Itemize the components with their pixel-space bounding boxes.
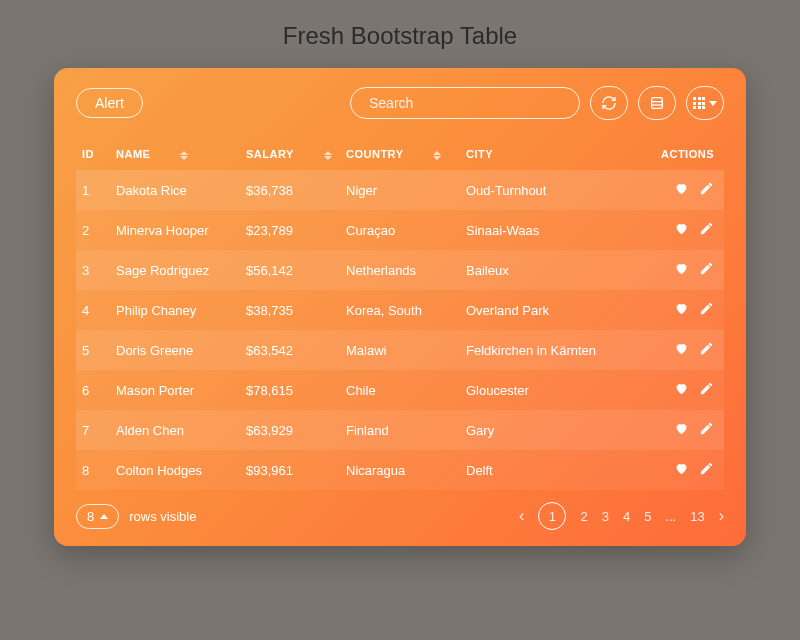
edit-button[interactable] bbox=[699, 421, 714, 439]
rows-visible-control: 8 rows visible bbox=[76, 504, 196, 529]
cell-country: Niger bbox=[340, 170, 460, 210]
cell-name: Doris Greene bbox=[110, 330, 240, 370]
table-row: 3Sage Rodriguez$56,142NetherlandsBaileux bbox=[76, 250, 724, 290]
column-header-name[interactable]: NAME bbox=[110, 138, 240, 170]
list-icon bbox=[649, 95, 665, 111]
cell-city: Baileux bbox=[460, 250, 630, 290]
table-row: 8Colton Hodges$93,961NicaraguaDelft bbox=[76, 450, 724, 490]
edit-button[interactable] bbox=[699, 301, 714, 319]
like-button[interactable] bbox=[674, 221, 689, 239]
pagination-page[interactable]: 4 bbox=[623, 509, 630, 524]
table-row: 5Doris Greene$63,542MalawiFeldkirchen in… bbox=[76, 330, 724, 370]
sort-icon bbox=[180, 151, 188, 160]
edit-icon bbox=[699, 304, 714, 319]
cell-name: Dakota Rice bbox=[110, 170, 240, 210]
like-button[interactable] bbox=[674, 461, 689, 479]
rows-count: 8 bbox=[87, 509, 94, 524]
refresh-icon bbox=[601, 95, 617, 111]
refresh-button[interactable] bbox=[590, 86, 628, 120]
cell-id: 4 bbox=[76, 290, 110, 330]
view-toggle-button[interactable] bbox=[686, 86, 724, 120]
cell-country: Finland bbox=[340, 410, 460, 450]
cell-actions bbox=[630, 290, 724, 330]
sort-icon bbox=[433, 151, 441, 160]
table-row: 7Alden Chen$63,929FinlandGary bbox=[76, 410, 724, 450]
columns-button[interactable] bbox=[638, 86, 676, 120]
cell-actions bbox=[630, 450, 724, 490]
grid-icon bbox=[693, 97, 705, 109]
heart-icon bbox=[674, 424, 689, 439]
column-header-salary[interactable]: SALARY bbox=[240, 138, 340, 170]
like-button[interactable] bbox=[674, 421, 689, 439]
cell-id: 2 bbox=[76, 210, 110, 250]
table-row: 6Mason Porter$78,615ChileGloucester bbox=[76, 370, 724, 410]
cell-salary: $93,961 bbox=[240, 450, 340, 490]
rows-visible-label: rows visible bbox=[129, 509, 196, 524]
edit-icon bbox=[699, 384, 714, 399]
cell-name: Alden Chen bbox=[110, 410, 240, 450]
data-table: ID NAME SALARY COUNTRY CITY ACTIONS 1Dak… bbox=[76, 138, 724, 490]
pagination-prev[interactable]: ‹ bbox=[519, 507, 524, 525]
column-header-country[interactable]: COUNTRY bbox=[340, 138, 460, 170]
cell-salary: $36,738 bbox=[240, 170, 340, 210]
cell-actions bbox=[630, 250, 724, 290]
heart-icon bbox=[674, 304, 689, 319]
cell-id: 8 bbox=[76, 450, 110, 490]
like-button[interactable] bbox=[674, 181, 689, 199]
cell-name: Philip Chaney bbox=[110, 290, 240, 330]
edit-button[interactable] bbox=[699, 261, 714, 279]
edit-button[interactable] bbox=[699, 221, 714, 239]
edit-icon bbox=[699, 424, 714, 439]
like-button[interactable] bbox=[674, 261, 689, 279]
pagination-next[interactable]: › bbox=[719, 507, 724, 525]
heart-icon bbox=[674, 224, 689, 239]
cell-country: Curaçao bbox=[340, 210, 460, 250]
like-button[interactable] bbox=[674, 301, 689, 319]
cell-actions bbox=[630, 410, 724, 450]
cell-city: Oud-Turnhout bbox=[460, 170, 630, 210]
cell-city: Gloucester bbox=[460, 370, 630, 410]
search-input[interactable] bbox=[350, 87, 580, 119]
column-header-city[interactable]: CITY bbox=[460, 138, 630, 170]
edit-button[interactable] bbox=[699, 381, 714, 399]
sort-icon bbox=[324, 151, 332, 160]
cell-city: Gary bbox=[460, 410, 630, 450]
cell-salary: $56,142 bbox=[240, 250, 340, 290]
cell-actions bbox=[630, 330, 724, 370]
cell-country: Malawi bbox=[340, 330, 460, 370]
edit-button[interactable] bbox=[699, 461, 714, 479]
cell-country: Korea, South bbox=[340, 290, 460, 330]
alert-button[interactable]: Alert bbox=[76, 88, 143, 118]
cell-actions bbox=[630, 210, 724, 250]
table-card: Alert ID NAME SALARY COUNTRY CITY ACTION… bbox=[54, 68, 746, 546]
cell-city: Delft bbox=[460, 450, 630, 490]
page-title: Fresh Bootstrap Table bbox=[0, 0, 800, 68]
pagination: ‹12345...13› bbox=[519, 502, 724, 530]
cell-salary: $63,542 bbox=[240, 330, 340, 370]
cell-country: Nicaragua bbox=[340, 450, 460, 490]
edit-button[interactable] bbox=[699, 341, 714, 359]
cell-country: Netherlands bbox=[340, 250, 460, 290]
cell-id: 6 bbox=[76, 370, 110, 410]
edit-icon bbox=[699, 264, 714, 279]
cell-id: 7 bbox=[76, 410, 110, 450]
pagination-page[interactable]: 13 bbox=[690, 509, 704, 524]
column-header-id[interactable]: ID bbox=[76, 138, 110, 170]
pagination-page[interactable]: 5 bbox=[644, 509, 651, 524]
svg-rect-0 bbox=[652, 98, 663, 109]
heart-icon bbox=[674, 184, 689, 199]
like-button[interactable] bbox=[674, 381, 689, 399]
cell-actions bbox=[630, 370, 724, 410]
rows-per-page-button[interactable]: 8 bbox=[76, 504, 119, 529]
cell-salary: $63,929 bbox=[240, 410, 340, 450]
cell-city: Overland Park bbox=[460, 290, 630, 330]
pagination-page[interactable]: 2 bbox=[580, 509, 587, 524]
cell-id: 1 bbox=[76, 170, 110, 210]
edit-button[interactable] bbox=[699, 181, 714, 199]
pagination-page[interactable]: 3 bbox=[602, 509, 609, 524]
edit-icon bbox=[699, 344, 714, 359]
like-button[interactable] bbox=[674, 341, 689, 359]
cell-salary: $78,615 bbox=[240, 370, 340, 410]
cell-name: Mason Porter bbox=[110, 370, 240, 410]
pagination-page[interactable]: 1 bbox=[538, 502, 566, 530]
